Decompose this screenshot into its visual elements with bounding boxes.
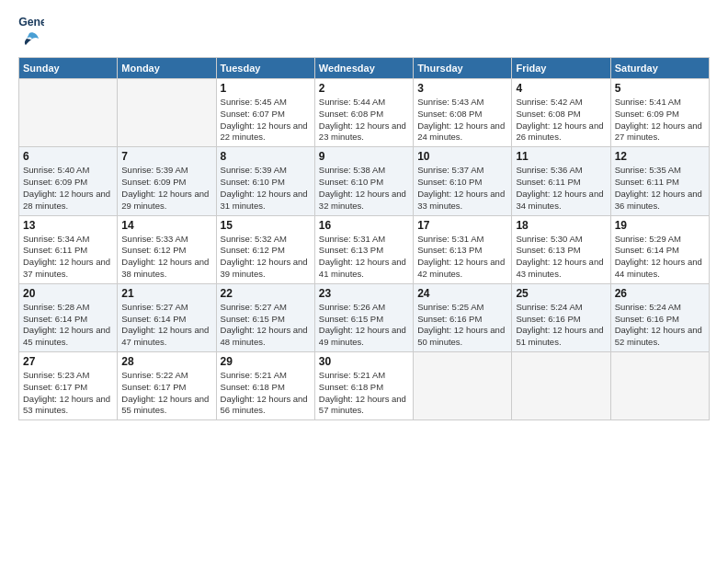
weekday-header-thursday: Thursday [414, 58, 512, 79]
day-info: Sunrise: 5:25 AM Sunset: 6:16 PM Dayligh… [417, 302, 507, 349]
calendar-cell: 18Sunrise: 5:30 AM Sunset: 6:13 PM Dayli… [512, 215, 610, 283]
calendar-cell: 11Sunrise: 5:36 AM Sunset: 6:11 PM Dayli… [512, 147, 610, 215]
day-info: Sunrise: 5:34 AM Sunset: 6:11 PM Dayligh… [23, 234, 113, 281]
day-info: Sunrise: 5:38 AM Sunset: 6:10 PM Dayligh… [319, 165, 409, 212]
calendar-cell: 24Sunrise: 5:25 AM Sunset: 6:16 PM Dayli… [414, 283, 512, 351]
day-number: 17 [417, 219, 507, 232]
day-info: Sunrise: 5:27 AM Sunset: 6:14 PM Dayligh… [121, 302, 211, 349]
weekday-header-friday: Friday [512, 58, 610, 79]
day-info: Sunrise: 5:40 AM Sunset: 6:09 PM Dayligh… [23, 165, 113, 212]
logo-top: General [18, 15, 44, 33]
day-number: 28 [121, 355, 211, 368]
day-number: 4 [516, 82, 606, 95]
day-info: Sunrise: 5:45 AM Sunset: 6:07 PM Dayligh… [221, 97, 311, 144]
day-info: Sunrise: 5:42 AM Sunset: 6:08 PM Dayligh… [516, 97, 606, 144]
weekday-header-wednesday: Wednesday [314, 58, 413, 79]
calendar-cell: 8Sunrise: 5:39 AM Sunset: 6:10 PM Daylig… [216, 147, 314, 215]
day-info: Sunrise: 5:27 AM Sunset: 6:15 PM Dayligh… [221, 302, 311, 349]
calendar-cell: 9Sunrise: 5:38 AM Sunset: 6:10 PM Daylig… [314, 147, 413, 215]
day-number: 7 [121, 150, 211, 163]
day-info: Sunrise: 5:24 AM Sunset: 6:16 PM Dayligh… [615, 302, 705, 349]
calendar-cell: 22Sunrise: 5:27 AM Sunset: 6:15 PM Dayli… [216, 283, 314, 351]
day-number: 26 [615, 287, 705, 300]
calendar-cell: 5Sunrise: 5:41 AM Sunset: 6:09 PM Daylig… [610, 79, 709, 147]
day-number: 3 [417, 82, 507, 95]
logo-text-container [18, 31, 40, 48]
calendar-cell: 4Sunrise: 5:42 AM Sunset: 6:08 PM Daylig… [512, 79, 610, 147]
week-row-3: 13Sunrise: 5:34 AM Sunset: 6:11 PM Dayli… [19, 215, 710, 283]
day-number: 5 [615, 82, 705, 95]
day-number: 12 [615, 150, 705, 163]
calendar-cell [414, 352, 512, 420]
day-number: 30 [319, 355, 409, 368]
calendar-cell [19, 79, 118, 147]
page: General SundayMondayTuesdayWednesdayThur… [0, 0, 728, 563]
day-info: Sunrise: 5:31 AM Sunset: 6:13 PM Dayligh… [319, 234, 409, 281]
calendar-cell: 23Sunrise: 5:26 AM Sunset: 6:15 PM Dayli… [314, 283, 413, 351]
svg-text:General: General [18, 16, 44, 29]
logo-bird-icon [19, 31, 40, 48]
day-number: 21 [121, 287, 211, 300]
day-number: 1 [221, 82, 311, 95]
day-number: 20 [23, 287, 113, 300]
day-number: 14 [121, 219, 211, 232]
calendar-cell: 6Sunrise: 5:40 AM Sunset: 6:09 PM Daylig… [19, 147, 118, 215]
day-number: 8 [221, 150, 311, 163]
day-info: Sunrise: 5:21 AM Sunset: 6:18 PM Dayligh… [221, 370, 311, 417]
weekday-header-sunday: Sunday [19, 58, 118, 79]
logo: General [18, 15, 44, 48]
day-info: Sunrise: 5:21 AM Sunset: 6:18 PM Dayligh… [319, 370, 409, 417]
calendar-cell: 19Sunrise: 5:29 AM Sunset: 6:14 PM Dayli… [610, 215, 709, 283]
day-number: 10 [417, 150, 507, 163]
day-info: Sunrise: 5:26 AM Sunset: 6:15 PM Dayligh… [319, 302, 409, 349]
day-info: Sunrise: 5:31 AM Sunset: 6:13 PM Dayligh… [417, 234, 507, 281]
day-number: 16 [319, 219, 409, 232]
day-number: 23 [319, 287, 409, 300]
calendar-cell: 3Sunrise: 5:43 AM Sunset: 6:08 PM Daylig… [414, 79, 512, 147]
day-info: Sunrise: 5:22 AM Sunset: 6:17 PM Dayligh… [121, 370, 211, 417]
day-number: 6 [23, 150, 113, 163]
day-number: 13 [23, 219, 113, 232]
header: General [18, 15, 710, 48]
day-info: Sunrise: 5:35 AM Sunset: 6:11 PM Dayligh… [615, 165, 705, 212]
day-info: Sunrise: 5:41 AM Sunset: 6:09 PM Dayligh… [615, 97, 705, 144]
calendar-cell: 15Sunrise: 5:32 AM Sunset: 6:12 PM Dayli… [216, 215, 314, 283]
day-info: Sunrise: 5:39 AM Sunset: 6:09 PM Dayligh… [121, 165, 211, 212]
day-number: 11 [516, 150, 606, 163]
day-info: Sunrise: 5:39 AM Sunset: 6:10 PM Dayligh… [221, 165, 311, 212]
calendar-cell: 27Sunrise: 5:23 AM Sunset: 6:17 PM Dayli… [19, 352, 118, 420]
logo-icon: General [18, 15, 44, 33]
calendar-cell [610, 352, 709, 420]
calendar-table: SundayMondayTuesdayWednesdayThursdayFrid… [18, 57, 710, 420]
weekday-header-monday: Monday [118, 58, 216, 79]
calendar-cell: 16Sunrise: 5:31 AM Sunset: 6:13 PM Dayli… [314, 215, 413, 283]
calendar-cell: 20Sunrise: 5:28 AM Sunset: 6:14 PM Dayli… [19, 283, 118, 351]
calendar-cell: 25Sunrise: 5:24 AM Sunset: 6:16 PM Dayli… [512, 283, 610, 351]
day-number: 25 [516, 287, 606, 300]
day-number: 29 [221, 355, 311, 368]
calendar-cell: 29Sunrise: 5:21 AM Sunset: 6:18 PM Dayli… [216, 352, 314, 420]
calendar-cell: 21Sunrise: 5:27 AM Sunset: 6:14 PM Dayli… [118, 283, 216, 351]
day-number: 2 [319, 82, 409, 95]
calendar-cell: 17Sunrise: 5:31 AM Sunset: 6:13 PM Dayli… [414, 215, 512, 283]
day-info: Sunrise: 5:23 AM Sunset: 6:17 PM Dayligh… [23, 370, 113, 417]
day-info: Sunrise: 5:32 AM Sunset: 6:12 PM Dayligh… [221, 234, 311, 281]
weekday-header-tuesday: Tuesday [216, 58, 314, 79]
day-number: 18 [516, 219, 606, 232]
weekday-header-row: SundayMondayTuesdayWednesdayThursdayFrid… [19, 58, 710, 79]
day-info: Sunrise: 5:30 AM Sunset: 6:13 PM Dayligh… [516, 234, 606, 281]
day-info: Sunrise: 5:33 AM Sunset: 6:12 PM Dayligh… [121, 234, 211, 281]
week-row-2: 6Sunrise: 5:40 AM Sunset: 6:09 PM Daylig… [19, 147, 710, 215]
day-info: Sunrise: 5:44 AM Sunset: 6:08 PM Dayligh… [319, 97, 409, 144]
day-info: Sunrise: 5:28 AM Sunset: 6:14 PM Dayligh… [23, 302, 113, 349]
week-row-4: 20Sunrise: 5:28 AM Sunset: 6:14 PM Dayli… [19, 283, 710, 351]
calendar-cell: 28Sunrise: 5:22 AM Sunset: 6:17 PM Dayli… [118, 352, 216, 420]
calendar-cell: 1Sunrise: 5:45 AM Sunset: 6:07 PM Daylig… [216, 79, 314, 147]
calendar-cell [118, 79, 216, 147]
day-info: Sunrise: 5:29 AM Sunset: 6:14 PM Dayligh… [615, 234, 705, 281]
calendar-cell: 12Sunrise: 5:35 AM Sunset: 6:11 PM Dayli… [610, 147, 709, 215]
calendar-cell: 2Sunrise: 5:44 AM Sunset: 6:08 PM Daylig… [314, 79, 413, 147]
calendar-cell [512, 352, 610, 420]
day-number: 9 [319, 150, 409, 163]
calendar-cell: 14Sunrise: 5:33 AM Sunset: 6:12 PM Dayli… [118, 215, 216, 283]
